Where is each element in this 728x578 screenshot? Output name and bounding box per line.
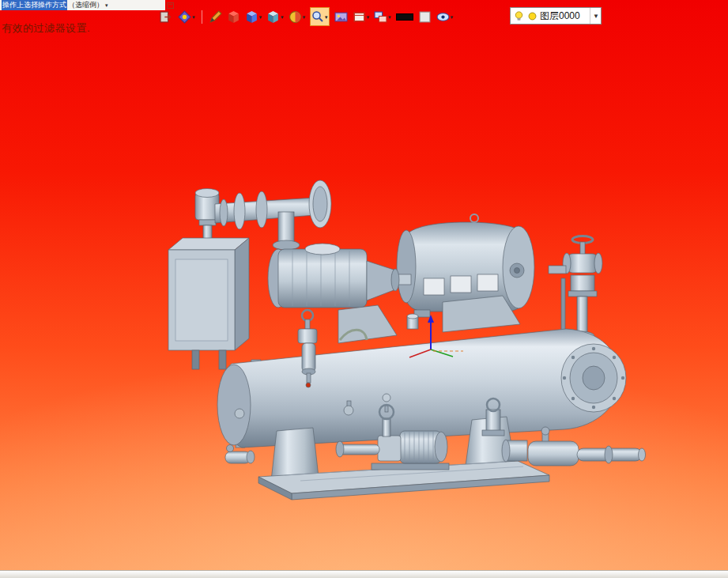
chevron-down-icon: ▾ <box>325 14 328 20</box>
chevron-down-icon: ▾ <box>388 14 391 20</box>
lightbulb-icon <box>513 10 525 22</box>
chevron-down-icon: ▾ <box>259 14 262 20</box>
line-width-icon[interactable] <box>396 9 413 25</box>
window-view-icon[interactable]: ▾ <box>353 9 370 25</box>
visibility-eye-icon[interactable]: ▾ <box>436 9 454 25</box>
zoom-tool-icon[interactable]: ▾ <box>310 7 330 26</box>
filter-status-text: 有效的过滤器设置. <box>2 21 90 36</box>
pencil-edit-icon[interactable] <box>209 9 222 25</box>
solid-cube-teal-icon[interactable]: ▾ <box>266 9 284 25</box>
chevron-down-icon: ▾ <box>281 14 284 20</box>
exit-door-icon[interactable] <box>160 9 173 25</box>
pump-skid-3d-model[interactable] <box>0 0 728 578</box>
layer-color-swatch-icon <box>527 11 538 21</box>
chevron-down-icon: ▾ <box>451 14 454 20</box>
solid-cube-blue-icon[interactable]: ▾ <box>245 9 262 25</box>
material-cube-icon[interactable] <box>227 9 240 25</box>
prompt-bar: 操作上选择操作方式 （选缩倒） ▾ <box>0 0 165 10</box>
render-sphere-icon[interactable]: ▾ <box>289 9 306 25</box>
chevron-down-icon: ▾ <box>105 0 108 10</box>
3d-viewport[interactable]: 操作上选择操作方式 （选缩倒） ▾ 有效的过滤器设置. ▾ ▾ ▾ <box>0 0 728 578</box>
layer-dropdown-value: 图层0000 <box>540 9 580 23</box>
prompt-suffix-text: （选缩倒） <box>68 0 104 10</box>
combo-caret-icon[interactable]: ▼ <box>590 8 599 24</box>
line-width-sample <box>396 13 413 21</box>
chevron-down-icon: ▾ <box>303 14 306 20</box>
prompt-highlighted-text: 操作上选择操作方式 <box>2 0 67 10</box>
layer-dropdown[interactable]: 图层0000 ▼ <box>510 7 602 25</box>
toolbar: ▾ ▾ ▾ ▾ ▾ ▾ <box>160 8 453 25</box>
transform-tool-icon[interactable]: ▾ <box>178 9 195 25</box>
image-display-icon[interactable] <box>334 9 348 25</box>
chevron-down-icon: ▾ <box>367 14 370 20</box>
cascade-windows-icon[interactable]: ▾ <box>374 9 391 25</box>
fill-square-icon[interactable] <box>418 9 432 25</box>
bottom-status-strip <box>0 570 728 578</box>
toolbar-separator <box>202 10 202 24</box>
chevron-down-icon: ▾ <box>192 14 195 20</box>
